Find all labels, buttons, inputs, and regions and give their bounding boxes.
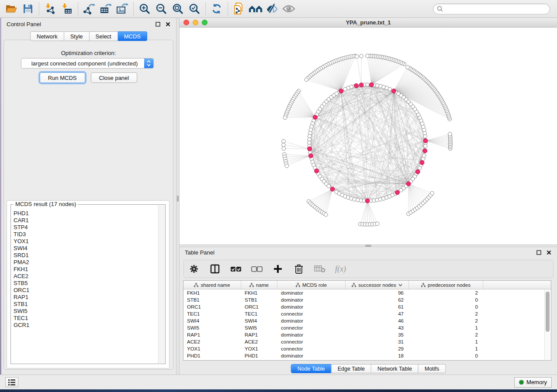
tab-edge-table[interactable]: Edge Table — [332, 364, 371, 373]
refresh-view-button[interactable] — [210, 2, 224, 16]
mcds-result-item[interactable]: FKH1 — [14, 266, 158, 273]
control-panel-title: Control Panel — [7, 21, 41, 28]
table-scrollbar[interactable] — [544, 290, 550, 360]
cell-shared-name: SWI5 — [183, 325, 241, 330]
cell-MCDS-role: connector — [277, 325, 346, 330]
table-row[interactable]: YOX1YOX1connector291 — [183, 345, 551, 352]
export-network-button[interactable] — [82, 2, 96, 16]
mcds-result-item[interactable]: SRD1 — [14, 252, 158, 259]
mcds-result-item[interactable]: GCR1 — [14, 322, 158, 329]
network-graph[interactable] — [180, 28, 557, 244]
zoom-fit-button[interactable] — [171, 2, 185, 16]
mcds-result-item[interactable]: STB1 — [14, 301, 158, 308]
table-row[interactable]: ACE2ACE2connector311 — [183, 338, 551, 345]
mcds-result-panel: MCDS result (17 nodes) PHD1CAR1STP4TID3Y… — [7, 201, 169, 368]
zoom-in-button[interactable] — [138, 2, 152, 16]
tab-select[interactable]: Select — [90, 31, 118, 41]
mcds-result-item[interactable]: SWI4 — [14, 245, 158, 252]
delete-table-button[interactable] — [314, 263, 325, 275]
float-panel-icon[interactable] — [536, 250, 542, 255]
tab-network[interactable]: Network — [30, 31, 64, 41]
task-history-button[interactable] — [5, 377, 18, 387]
select-all-button[interactable] — [230, 263, 242, 275]
cell-shared-name: ACE2 — [183, 339, 241, 344]
tab-node-table[interactable]: Node Table — [291, 364, 332, 373]
import-network-button[interactable] — [43, 2, 57, 16]
delete-column-button[interactable] — [293, 263, 304, 275]
close-panel-button[interactable]: Close panel — [91, 72, 138, 83]
run-mcds-button[interactable]: Run MCDS — [40, 72, 85, 83]
table-row[interactable]: FKH1FKH1dominator962 — [183, 289, 551, 296]
tab-network-table[interactable]: Network Table — [371, 364, 419, 373]
search-box[interactable] — [433, 3, 550, 14]
table-scrollbar-thumb[interactable] — [546, 292, 550, 332]
mcds-result-item[interactable]: ORC1 — [14, 287, 158, 294]
cell-name: RAP1 — [241, 332, 277, 337]
splitter-grip[interactable] — [177, 196, 179, 202]
mcds-result-item[interactable]: TEC1 — [14, 315, 158, 322]
show-column-button[interactable] — [209, 263, 221, 275]
import-table-button[interactable] — [60, 2, 74, 16]
mcds-result-item[interactable]: STP4 — [14, 224, 158, 231]
mcds-result-item[interactable]: ACE2 — [14, 273, 158, 280]
mcds-result-item[interactable]: CAR1 — [14, 217, 158, 224]
splitter-grip[interactable] — [365, 245, 371, 247]
float-panel-icon[interactable] — [155, 21, 161, 27]
vertical-splitter[interactable] — [176, 18, 180, 375]
node-table[interactable]: shared namenameMCDS rolesuccessor nodesp… — [183, 280, 551, 361]
mcds-result-item[interactable]: RAP1 — [14, 294, 158, 301]
search-input[interactable] — [445, 6, 546, 12]
mcds-result-item[interactable]: SWI5 — [14, 308, 158, 315]
criterion-dropdown[interactable]: largest connected component (undirected) — [21, 58, 154, 69]
mcds-result-item[interactable]: TID3 — [14, 231, 158, 238]
open-file-button[interactable] — [4, 2, 18, 16]
mcds-result-item[interactable]: STB5 — [14, 280, 158, 287]
table-row[interactable]: TEC1TEC1connector472 — [183, 310, 551, 317]
table-options-button[interactable] — [188, 263, 200, 275]
column-header-successor-nodes[interactable]: successor nodes — [346, 281, 409, 289]
network-window-titlebar[interactable]: YPA_prune.txt_1 — [180, 18, 557, 28]
sort-desc-icon — [398, 284, 402, 286]
table-row[interactable]: PHD1PHD1dominator180 — [183, 352, 551, 359]
cell-predecessor-nodes: 0 — [409, 297, 483, 303]
column-header-name[interactable]: name — [241, 281, 277, 289]
column-header-predecessor-nodes[interactable]: predecessor nodes — [409, 281, 483, 289]
zoom-selected-button[interactable] — [187, 2, 201, 16]
tab-motifs[interactable]: Motifs — [419, 364, 446, 373]
cell-name: ACE2 — [241, 339, 277, 344]
mcds-result-list[interactable]: PHD1CAR1STP4TID3YOX1SWI4SRD1PMA2FKH1ACE2… — [11, 209, 158, 363]
show-all-button[interactable] — [282, 2, 296, 16]
network-canvas[interactable] — [180, 28, 557, 244]
save-session-button[interactable] — [21, 2, 35, 16]
deselect-all-button[interactable] — [251, 263, 263, 275]
table-row[interactable]: SWI5SWI5connector431 — [183, 324, 551, 331]
export-table-button[interactable] — [99, 2, 113, 16]
tab-style[interactable]: Style — [64, 31, 90, 41]
mcds-result-item[interactable]: YOX1 — [14, 238, 158, 245]
column-header-shared-name[interactable]: shared name — [183, 281, 241, 289]
table-row[interactable]: ORC1ORC1dominator610 — [183, 303, 551, 310]
add-column-button[interactable] — [272, 263, 284, 275]
mcds-result-item[interactable]: PMA2 — [14, 259, 158, 266]
table-row[interactable]: RAP1RAP1dominator352 — [183, 331, 551, 338]
columns-icon — [210, 264, 220, 274]
close-panel-icon[interactable] — [165, 21, 171, 27]
mcds-list-scrollbar[interactable] — [158, 205, 165, 363]
export-image-button[interactable] — [115, 2, 129, 16]
table-row[interactable]: STB1STB1dominator620 — [183, 296, 551, 303]
clone-network-button[interactable] — [232, 2, 246, 16]
function-builder-button[interactable]: f(x) — [335, 265, 346, 274]
mcds-result-item[interactable]: PHD1 — [14, 210, 158, 217]
close-panel-icon[interactable] — [546, 250, 552, 255]
cell-name: YOX1 — [241, 346, 277, 351]
table-row[interactable]: SWI4SWI4dominator462 — [183, 317, 551, 324]
tab-mcds[interactable]: MCDS — [118, 31, 147, 41]
column-type-icon — [352, 283, 356, 287]
hide-selected-button[interactable] — [265, 2, 279, 16]
status-bar: Memory — [0, 375, 557, 389]
cell-successor-nodes: 47 — [346, 311, 409, 316]
memory-button[interactable]: Memory — [514, 377, 552, 388]
column-header-MCDS-role[interactable]: MCDS role — [277, 281, 346, 289]
zoom-out-button[interactable] — [154, 2, 168, 16]
first-neighbors-button[interactable] — [249, 2, 263, 16]
